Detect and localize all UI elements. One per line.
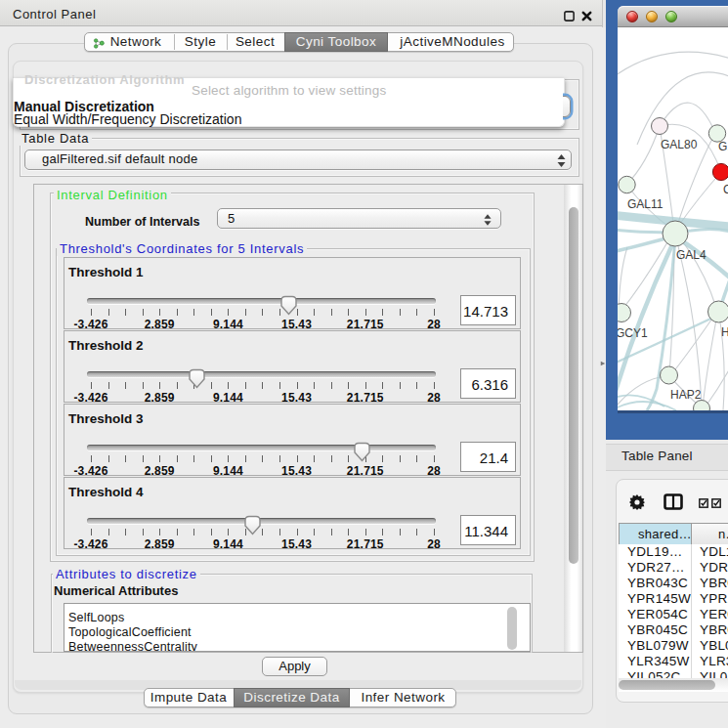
svg-text:GAL80: GAL80 [661,138,698,151]
svg-text:GCY1: GCY1 [618,326,648,340]
svg-text:GAL11: GAL11 [627,197,664,211]
svg-text:C.: C. [723,183,728,196]
svg-text:H: H [721,325,728,339]
svg-text:G..: G.. [718,140,728,153]
svg-text:GAL4: GAL4 [676,248,707,262]
svg-text:HAP2: HAP2 [670,388,702,402]
